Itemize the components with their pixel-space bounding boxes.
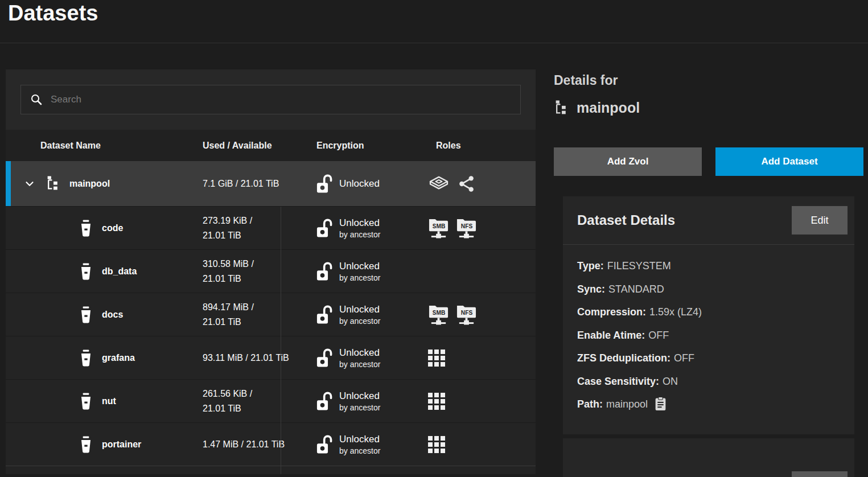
dataset-icon: [79, 436, 93, 453]
page-title: Datasets: [8, 1, 98, 26]
field-zfs-deduplication: ZFS Deduplication:OFF: [577, 347, 840, 370]
dataset-space-card: Dataset Space Edit: [563, 438, 854, 477]
table-header: Dataset Name Used / Available Encryption…: [6, 130, 536, 161]
encryption-sub: by ancestor: [339, 229, 380, 240]
dataset-row-portainer[interactable]: portainer 1.47 MiB / 21.01 TiB Unlocked …: [6, 423, 536, 466]
details-panel: Details for mainpool Add Zvol Add Datase…: [554, 69, 863, 477]
used-available-value: 7.1 GiB / 21.01 TiB: [203, 176, 316, 191]
encryption-sub: by ancestor: [339, 359, 380, 369]
smb-share-icon: SMB: [428, 216, 449, 240]
action-buttons: Add Zvol Add Dataset: [554, 147, 863, 176]
unlocked-lock-icon: [316, 390, 334, 412]
edit-dataset-space-button[interactable]: Edit: [792, 471, 848, 477]
dataset-name: code: [102, 223, 123, 233]
search-input[interactable]: [51, 94, 511, 105]
svg-text:NFS: NFS: [461, 223, 473, 229]
unlocked-lock-icon: [316, 434, 334, 455]
field-case-sensitivity: Case Sensitivity:ON: [577, 370, 840, 393]
column-header-used-available: Used / Available: [203, 141, 316, 151]
encryption-state: Unlocked: [339, 390, 380, 402]
column-header-roles: Roles: [428, 141, 536, 151]
apps-grid-icon: [428, 436, 445, 453]
nfs-share-icon: NFS: [456, 303, 477, 326]
dataset-row-nut[interactable]: nut 261.56 KiB / 21.01 TiB Unlocked by a…: [6, 380, 536, 423]
dataset-root-icon: [46, 176, 61, 191]
encryption-state: Unlocked: [339, 347, 380, 359]
dataset-icon: [79, 306, 93, 323]
dataset-name: docs: [102, 310, 123, 320]
table-rows: mainpool 7.1 GiB / 21.01 TiB Unlocked: [6, 161, 536, 474]
field-type: Type:FILESYSTEM: [577, 254, 840, 278]
dataset-icon: [79, 393, 93, 410]
unlocked-lock-icon: [316, 347, 334, 369]
selected-dataset-name: mainpool: [577, 100, 640, 116]
dataset-row-db_data[interactable]: db_data 310.58 MiB / 21.01 TiB Unlocked …: [6, 250, 536, 293]
title-divider: [0, 43, 868, 43]
field-sync: Sync:STANDARD: [577, 278, 840, 301]
dataset-name: grafana: [102, 353, 135, 363]
unlocked-lock-icon: [316, 261, 334, 282]
dataset-root-icon: [554, 100, 569, 116]
encryption-state: Unlocked: [339, 260, 380, 273]
dataset-row-grafana[interactable]: grafana 93.11 MiB / 21.01 TiB Unlocked b…: [6, 336, 536, 380]
dataset-name: mainpool: [69, 179, 110, 189]
column-header-dataset-name: Dataset Name: [6, 141, 203, 151]
used-available-value: 310.58 MiB /: [203, 257, 316, 272]
smb-share-icon: SMB: [428, 303, 449, 326]
dataset-row-docs[interactable]: docs 894.17 MiB / 21.01 TiB Unlocked by …: [6, 293, 536, 336]
unlocked-lock-icon: [316, 173, 334, 195]
search-icon: [30, 93, 43, 106]
encryption-state: Unlocked: [339, 433, 380, 446]
dataset-name: db_data: [102, 266, 137, 277]
dataset-row-partial: [6, 466, 536, 474]
encryption-sub: by ancestor: [339, 316, 380, 326]
dataset-details-fields: Type:FILESYSTEM Sync:STANDARD Compressio…: [563, 245, 854, 426]
chevron-down-icon[interactable]: [23, 177, 36, 191]
svg-text:SMB: SMB: [433, 223, 446, 229]
apps-grid-icon: [428, 349, 445, 367]
apps-cube-icon: [428, 176, 450, 192]
dataset-row-mainpool[interactable]: mainpool 7.1 GiB / 21.01 TiB Unlocked: [6, 161, 536, 207]
edit-dataset-details-button[interactable]: Edit: [792, 206, 848, 235]
dataset-name: nut: [102, 396, 116, 406]
details-heading: Details for: [554, 73, 618, 88]
datasets-table-panel: Dataset Name Used / Available Encryption…: [6, 69, 536, 477]
used-available-value: 273.19 KiB /: [203, 213, 316, 228]
column-divider: [281, 207, 281, 474]
field-path: Path:mainpool: [577, 393, 840, 416]
svg-text:SMB: SMB: [433, 310, 446, 316]
dataset-name: portainer: [102, 439, 141, 450]
encryption-state: Unlocked: [339, 303, 380, 316]
unlocked-lock-icon: [316, 304, 334, 326]
dataset-row-code[interactable]: code 273.19 KiB / 21.01 TiB Unlocked by …: [6, 207, 536, 250]
unlocked-lock-icon: [316, 217, 334, 239]
field-enable-atime: Enable Atime:OFF: [577, 324, 840, 347]
encryption-sub: by ancestor: [339, 446, 380, 456]
dataset-icon: [79, 263, 93, 280]
used-available-value: 1.47 MiB / 21.01 TiB: [203, 437, 316, 452]
copy-path-icon[interactable]: [655, 397, 667, 411]
dataset-details-title: Dataset Details: [577, 212, 675, 228]
dataset-icon: [79, 220, 93, 237]
used-available-value: 93.11 MiB / 21.01 TiB: [203, 351, 316, 365]
encryption-sub: by ancestor: [339, 273, 380, 283]
used-available-value: 894.17 MiB /: [203, 300, 316, 315]
encryption-state: Unlocked: [339, 217, 380, 229]
dataset-details-card: Dataset Details Edit Type:FILESYSTEM Syn…: [563, 196, 854, 434]
add-zvol-button[interactable]: Add Zvol: [554, 147, 702, 176]
encryption-state: Unlocked: [339, 178, 380, 190]
selected-dataset-heading: mainpool: [554, 100, 640, 116]
field-compression: Compression:1.59x (LZ4): [577, 301, 840, 324]
encryption-sub: by ancestor: [339, 402, 380, 413]
add-dataset-button[interactable]: Add Dataset: [715, 147, 863, 176]
nfs-share-icon: NFS: [456, 216, 477, 240]
search-box[interactable]: [20, 85, 521, 114]
used-available-value: 261.56 KiB /: [203, 386, 316, 401]
search-area: [6, 69, 536, 130]
svg-text:NFS: NFS: [461, 310, 473, 316]
apps-grid-icon: [428, 393, 445, 410]
dataset-icon: [79, 349, 93, 367]
column-header-encryption: Encryption: [316, 141, 428, 151]
share-icon: [458, 175, 475, 192]
